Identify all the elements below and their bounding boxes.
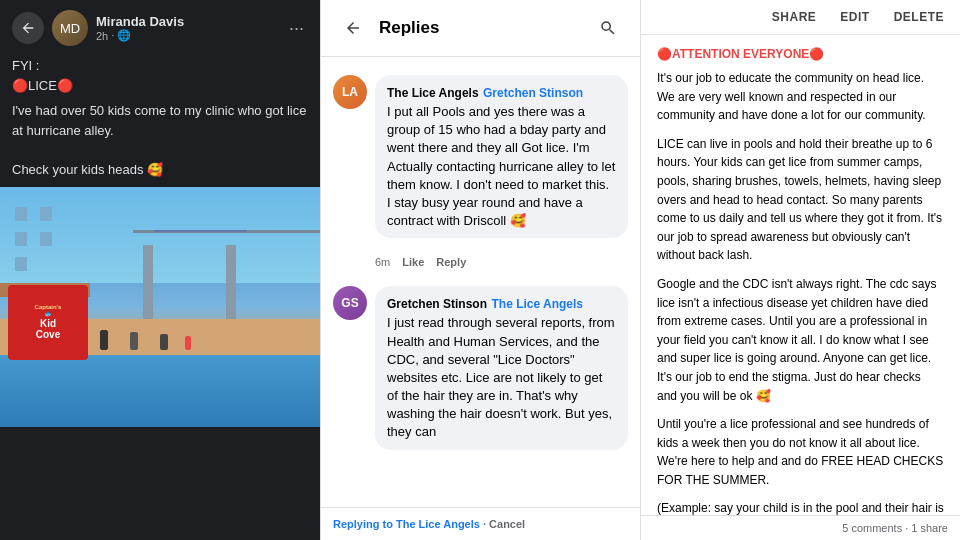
left-panel: MD Miranda Davis 2h · 🌐 ··· FYI : 🔴LICE🔴… [0, 0, 320, 540]
post-header-left: MD Miranda Davis 2h · 🌐 [12, 10, 184, 46]
post-stats: 5 comments · 1 share [641, 515, 960, 540]
edit-button[interactable]: EDIT [840, 10, 869, 24]
post-author: Miranda Davis [96, 14, 184, 29]
search-button[interactable] [592, 12, 624, 44]
middle-panel: Replies LA The Lice Angels Gretchen Stin… [320, 0, 640, 540]
replies-title: Replies [379, 18, 439, 38]
paragraph-1: It's our job to educate the community on… [657, 69, 944, 125]
post-time: 2h · 🌐 [96, 29, 184, 42]
post-content: FYI : 🔴LICE🔴 I've had over 50 kids come … [0, 52, 320, 187]
reply-actions: 6m Like Reply [321, 252, 640, 268]
cancel-button[interactable]: Cancel [489, 518, 525, 530]
reply-item: GS Gretchen Stinson The Lice Angels I ju… [321, 280, 640, 455]
reply-item: LA The Lice Angels Gretchen Stinson I pu… [321, 69, 640, 244]
replies-header-left: Replies [337, 12, 439, 44]
post-meta: Miranda Davis 2h · 🌐 [96, 14, 184, 42]
reply-input-bar: Replying to The Lice Angels · Cancel [321, 507, 640, 540]
fyi-label: FYI : [12, 56, 308, 76]
reply-text: I just read through several reports, fro… [387, 314, 616, 441]
back-button[interactable] [12, 12, 44, 44]
sign-board: Captain's 🐟 Kid Cove [8, 285, 88, 360]
replies-header: Replies [321, 0, 640, 57]
reply-mention: The Lice Angels [491, 297, 583, 311]
right-content: 🔴ATTENTION EVERYONE🔴 It's our job to edu… [641, 35, 960, 515]
reply-mention: Gretchen Stinson [483, 86, 583, 100]
reply-text: I put all Pools and yes there was a grou… [387, 103, 616, 230]
paragraph-4: Until you're a lice professional and see… [657, 415, 944, 489]
replying-to-name: The Lice Angels [396, 518, 480, 530]
paragraph-2: LICE can live in pools and hold their br… [657, 135, 944, 265]
lice-text: 🔴LICE🔴 [12, 76, 308, 96]
reply-button[interactable]: Reply [436, 256, 466, 268]
post-body: I've had over 50 kids come to my clinic … [12, 101, 308, 179]
reply-bubble: The Lice Angels Gretchen Stinson I put a… [375, 75, 628, 238]
replies-list: LA The Lice Angels Gretchen Stinson I pu… [321, 57, 640, 507]
post-header: MD Miranda Davis 2h · 🌐 ··· [0, 0, 320, 52]
post-image: Captain's 🐟 Kid Cove [0, 187, 320, 427]
right-toolbar: SHARE EDIT DELETE [641, 0, 960, 35]
reply-author: Gretchen Stinson [387, 297, 487, 311]
like-button[interactable]: Like [402, 256, 424, 268]
paragraph-5: (Example: say your child is in the pool … [657, 499, 944, 515]
reply-author: The Lice Angels [387, 86, 479, 100]
right-panel: SHARE EDIT DELETE 🔴ATTENTION EVERYONE🔴 I… [640, 0, 960, 540]
attention-heading: 🔴ATTENTION EVERYONE🔴 [657, 47, 944, 61]
lice-angels-avatar: LA [333, 75, 367, 109]
replying-to-label: Replying to The Lice Angels · Cancel [333, 518, 628, 530]
reply-time: 6m [375, 256, 390, 268]
back-button[interactable] [337, 12, 369, 44]
reply-bubble: Gretchen Stinson The Lice Angels I just … [375, 286, 628, 449]
paragraph-3: Google and the CDC isn't always right. T… [657, 275, 944, 405]
more-options-button[interactable]: ··· [285, 14, 308, 43]
avatar: MD [52, 10, 88, 46]
share-button[interactable]: SHARE [772, 10, 817, 24]
gretchen-avatar: GS [333, 286, 367, 320]
delete-button[interactable]: DELETE [894, 10, 944, 24]
